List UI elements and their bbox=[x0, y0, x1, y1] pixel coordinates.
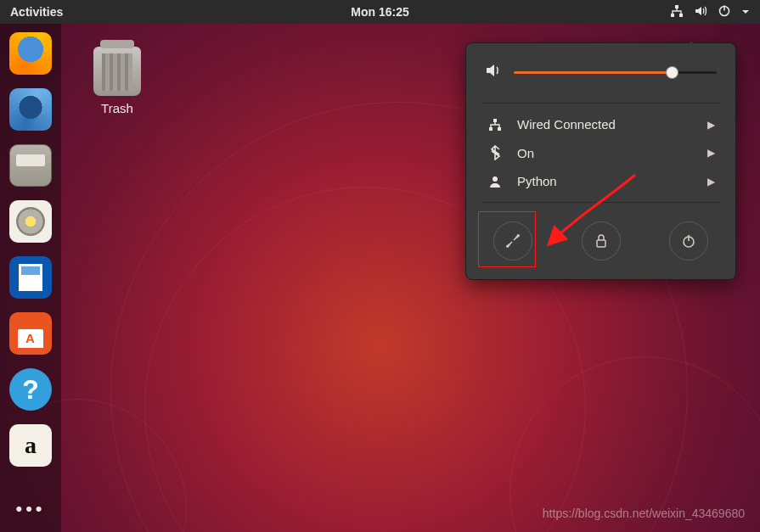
activities-button[interactable]: Activities bbox=[10, 5, 63, 19]
user-icon bbox=[487, 175, 504, 188]
volume-row bbox=[481, 62, 720, 82]
desktop-icon-trash[interactable]: Trash bbox=[93, 47, 141, 115]
volume-icon bbox=[694, 4, 707, 20]
svg-rect-4 bbox=[723, 5, 725, 10]
lock-button[interactable] bbox=[582, 221, 621, 260]
settings-button[interactable] bbox=[493, 221, 532, 260]
speaker-icon bbox=[485, 62, 502, 82]
menu-item-network[interactable]: Wired Connected ▶ bbox=[481, 110, 720, 138]
dock-app-ubuntu-software[interactable] bbox=[9, 312, 52, 355]
chevron-down-icon bbox=[741, 5, 750, 19]
quick-settings-list: Wired Connected ▶ On ▶ Python ▶ bbox=[481, 103, 720, 203]
top-bar: Activities Mon 16:25 bbox=[0, 0, 760, 24]
dock-app-libreoffice-writer[interactable] bbox=[9, 256, 52, 299]
svg-rect-11 bbox=[597, 240, 605, 247]
power-icon bbox=[718, 4, 731, 20]
menu-item-label: Wired Connected bbox=[517, 117, 616, 132]
menu-item-label: Python bbox=[517, 174, 557, 188]
dock-app-thunderbird[interactable] bbox=[9, 88, 52, 131]
svg-rect-2 bbox=[679, 14, 683, 17]
volume-slider[interactable] bbox=[514, 64, 717, 80]
chevron-right-icon: ▶ bbox=[707, 176, 715, 188]
clock[interactable]: Mon 16:25 bbox=[351, 5, 408, 19]
network-icon bbox=[670, 4, 684, 20]
menu-item-bluetooth[interactable]: On ▶ bbox=[481, 138, 720, 167]
bluetooth-icon bbox=[487, 145, 504, 160]
watermark: https://blog.csdn.net/weixin_43469680 bbox=[543, 507, 745, 520]
svg-point-8 bbox=[493, 176, 498, 182]
lock-icon bbox=[594, 233, 609, 249]
dock-app-amazon[interactable]: a bbox=[9, 424, 52, 467]
dock-app-rhythmbox[interactable] bbox=[9, 200, 52, 243]
power-icon bbox=[681, 233, 696, 249]
svg-rect-1 bbox=[671, 14, 674, 17]
dock-app-firefox[interactable] bbox=[9, 32, 52, 75]
ubuntu-desktop: Activities Mon 16:25 ? a ••• bbox=[0, 0, 760, 532]
svg-rect-0 bbox=[675, 5, 678, 8]
network-wired-icon bbox=[487, 118, 504, 132]
system-menu-popover: Wired Connected ▶ On ▶ Python ▶ bbox=[465, 42, 736, 280]
svg-point-10 bbox=[516, 236, 519, 238]
action-row bbox=[481, 221, 720, 260]
svg-point-9 bbox=[508, 244, 510, 247]
trash-label: Trash bbox=[93, 101, 141, 115]
chevron-right-icon: ▶ bbox=[707, 119, 715, 131]
dock-app-files[interactable] bbox=[9, 144, 52, 187]
show-applications-button[interactable]: ••• bbox=[15, 498, 45, 520]
system-tray[interactable] bbox=[670, 4, 750, 20]
svg-rect-7 bbox=[498, 127, 501, 131]
dock-app-help[interactable]: ? bbox=[9, 368, 52, 411]
svg-rect-5 bbox=[493, 119, 497, 122]
dock: ? a ••• bbox=[0, 24, 61, 532]
svg-rect-13 bbox=[688, 235, 690, 241]
chevron-right-icon: ▶ bbox=[707, 147, 715, 159]
svg-rect-6 bbox=[489, 127, 493, 131]
menu-item-user[interactable]: Python ▶ bbox=[481, 167, 720, 195]
power-button[interactable] bbox=[669, 221, 708, 260]
trash-icon bbox=[93, 47, 141, 96]
menu-item-label: On bbox=[517, 146, 534, 160]
settings-icon bbox=[504, 232, 521, 249]
